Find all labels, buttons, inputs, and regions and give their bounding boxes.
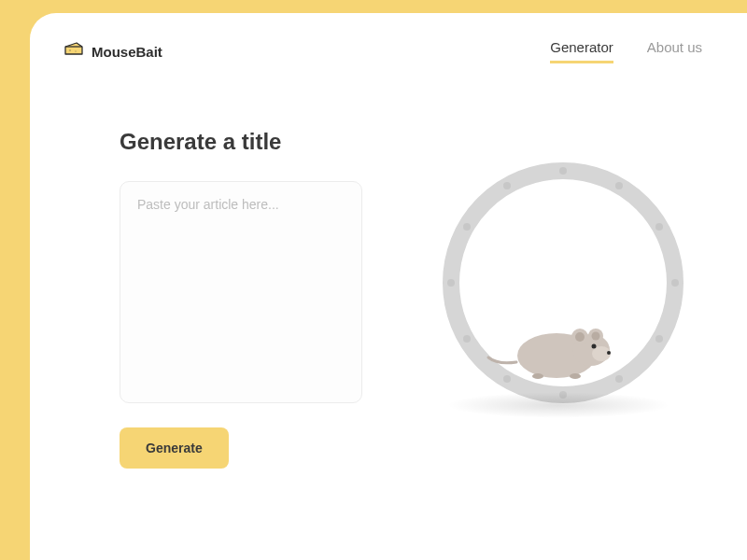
svg-point-4 [615,182,623,189]
svg-point-23 [607,351,611,355]
svg-point-8 [615,375,623,383]
svg-point-12 [447,279,455,287]
header: MouseBait Generator About us [63,39,702,63]
svg-point-3 [559,167,567,175]
nav-about[interactable]: About us [647,39,702,63]
nav: Generator About us [550,39,702,63]
svg-point-25 [570,373,581,379]
svg-point-21 [592,332,600,341]
mouse-wheel-illustration [428,147,689,427]
brand-name: MouseBait [92,44,162,60]
page-title: Generate a title [120,129,372,155]
main-content: Generate a title Generate [120,129,702,469]
nav-generator[interactable]: Generator [550,39,613,63]
main-card: MouseBait Generator About us Generate a … [30,13,747,560]
generate-button[interactable]: Generate [120,427,229,469]
svg-point-5 [655,223,663,231]
svg-point-10 [503,375,511,383]
svg-point-6 [671,279,679,287]
svg-point-14 [503,182,511,189]
form-section: Generate a title Generate [120,129,372,469]
cheese-icon [63,41,84,62]
wheel-shadow [446,392,670,418]
svg-point-13 [463,223,471,231]
svg-point-7 [655,335,663,343]
svg-point-0 [69,49,71,51]
svg-point-1 [75,50,77,52]
svg-point-19 [575,332,585,342]
hamster-wheel-icon [428,147,689,418]
svg-point-24 [532,373,543,379]
logo[interactable]: MouseBait [63,41,162,62]
svg-point-22 [592,344,597,349]
svg-point-11 [463,335,471,343]
article-input[interactable] [120,181,362,403]
